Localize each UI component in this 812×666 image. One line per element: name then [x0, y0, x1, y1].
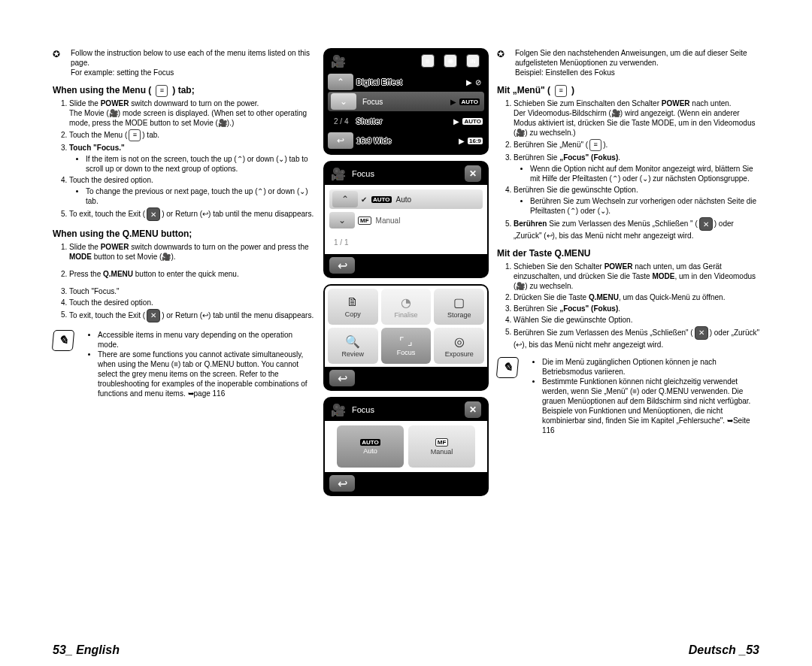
qcell-storage[interactable]: ▢Storage — [434, 289, 484, 325]
dstep-3: Berühren Sie „Focus" (Fokus). Wenn die O… — [514, 153, 759, 183]
step-4: Touch the desired option. To change the … — [69, 175, 315, 206]
ui2-row-manual[interactable]: ⌄ MFManual — [329, 210, 483, 230]
ui1-row-3[interactable]: 2 / 4 Shutter ▶AUTO — [325, 111, 487, 131]
footer-right: Deutsch _53 — [689, 643, 759, 657]
star-icon: ✪ — [497, 49, 504, 77]
heading-qmenu-de: Mit der Taste Q.MENU — [497, 248, 759, 260]
qstep-1: Slide the POWER switch downwards to turn… — [69, 242, 315, 262]
ui4-topbar: 🎥 Focus ✕ — [325, 398, 487, 421]
qstep-4: Touch the desired option. — [69, 298, 315, 307]
intro-de-text2: Beispiel: Einstellen des Fokus — [515, 68, 615, 77]
footer-left: 53_ English — [53, 643, 120, 657]
note-en: ✎ Accessible items in menu vary dependin… — [53, 330, 315, 398]
menu-tab-icon[interactable]: ≡ — [421, 54, 435, 68]
note-de-2: Bestimmte Funktionen können nicht gleich… — [542, 377, 759, 435]
dstep-2: Berühren Sie „Menü" (≡). — [514, 139, 759, 151]
dqstep-3: Berühren Sie „Focus" (Fokus). — [514, 304, 759, 313]
close-icon[interactable]: ✕ — [465, 401, 481, 418]
tile-auto[interactable]: AUTOAuto — [337, 425, 404, 468]
note-en-1: Accessible items in menu vary depending … — [98, 330, 315, 350]
dqstep-2: Drücken Sie die Taste Q.MENU, um das Qui… — [514, 292, 759, 302]
menu-tab-icon: ≡ — [555, 85, 567, 97]
steps-b-en: Slide the POWER switch downwards to turn… — [53, 242, 315, 322]
steps-a-de: Schieben Sie zum Einschalten den Schalte… — [497, 98, 759, 241]
ui1-topbar: 🎥 ≡ ✺ IN — [325, 50, 487, 72]
up-icon[interactable]: ⌃ — [328, 74, 353, 90]
return-icon[interactable]: ↩ — [328, 132, 353, 149]
col-deutsch: ✪ Folgen Sie den nachstehenden Anweisung… — [489, 48, 759, 628]
close-icon[interactable]: ✕ — [465, 165, 481, 182]
exit-icon: ✕ — [695, 326, 708, 340]
ui2-row-auto[interactable]: ⌃ ✔AUTOAuto — [329, 189, 483, 209]
exposure-icon: ◎ — [454, 335, 465, 349]
movie-mode-icon: 🎥 — [331, 167, 346, 181]
star-icon: ✪ — [53, 49, 60, 77]
content-columns: ✪ Follow the instruction below to use ea… — [53, 48, 759, 628]
ui-menu-list: 🎥 ≡ ✺ IN ⌃ Digital Effect ▶⊘ ⌄ Focus ▶AU… — [323, 48, 489, 155]
intro-en: ✪ Follow the instruction below to use ea… — [53, 48, 315, 77]
dqstep-4: Wählen Sie die gewünschte Option. — [514, 315, 759, 325]
tile-manual[interactable]: MFManual — [408, 425, 475, 468]
step-3: Touch "Focus." If the item is not on the… — [69, 143, 315, 174]
note-de: ✎ Die im Menü zugänglichen Optionen könn… — [497, 357, 759, 435]
col-english: ✪ Follow the instruction below to use ea… — [53, 48, 323, 628]
dstep-1: Schieben Sie zum Einschalten den Schalte… — [514, 98, 759, 138]
qcell-copy[interactable]: 🗎Copy — [328, 289, 378, 325]
qstep-5: To exit, touch the Exit (✕) or Return (↩… — [69, 309, 315, 322]
intro-en-text2: For example: setting the Focus — [71, 68, 174, 77]
qstep-2: Press the Q.MENU button to enter the qui… — [69, 269, 315, 279]
menu-tab-icon: ≡ — [156, 85, 168, 97]
copy-icon: 🗎 — [347, 295, 359, 309]
dqstep-5: Berühren Sie zum Verlassen des Menüs „Sc… — [514, 326, 759, 350]
step-5: To exit, touch the Exit (✕) or Return (↩… — [69, 207, 315, 221]
intro-de: ✪ Folgen Sie den nachstehenden Anweisung… — [497, 48, 759, 77]
exit-icon: ✕ — [699, 217, 713, 231]
qcell-finalise[interactable]: ◔Finalise — [381, 289, 432, 325]
step-2: Touch the Menu (≡) tab. — [69, 129, 315, 141]
step3-bullet: If the item is not on the screen, touch … — [86, 154, 315, 174]
steps-a-en: Slide the POWER switch downward to turn … — [53, 98, 315, 221]
note-icon: ✎ — [496, 357, 519, 378]
exit-icon: ✕ — [147, 309, 160, 322]
ui1-counter: 2 / 4 — [325, 117, 348, 126]
manual-page: ✪ Follow the instruction below to use ea… — [0, 0, 812, 666]
note-en-2: There are some functions you cannot acti… — [98, 350, 315, 398]
finalise-icon: ◔ — [401, 295, 411, 310]
ui2-topbar: 🎥 Focus ✕ — [325, 162, 487, 185]
return-icon[interactable]: ↩ — [329, 370, 355, 386]
up-icon[interactable]: ⌃ — [332, 191, 358, 207]
down-icon[interactable]: ⌄ — [329, 212, 355, 229]
heading-menu-tab-de: Mit „Menü" ( ≡ ) — [497, 85, 759, 97]
exit-icon: ✕ — [147, 207, 160, 221]
review-icon: 🔍 — [345, 335, 360, 349]
heading-menu-tab-en: When using the Menu ( ≡ ) tab; — [53, 85, 315, 97]
ui2-counter: 1 / 1 — [328, 238, 348, 247]
step-1: Slide the POWER switch downward to turn … — [69, 98, 315, 128]
return-icon[interactable]: ↩ — [329, 257, 355, 274]
qcell-exposure[interactable]: ◎Exposure — [434, 328, 484, 364]
qcell-review[interactable]: 🔍Review — [328, 328, 378, 364]
dstep-5: Berühren Sie zum Verlassen des Menüs „Sc… — [514, 217, 759, 241]
step4-bullet: To change the previous or next page, tou… — [86, 186, 315, 206]
intro-de-text1: Folgen Sie den nachstehenden Anweisungen… — [515, 49, 747, 67]
return-icon[interactable]: ↩ — [329, 475, 355, 492]
ui1-row-2[interactable]: ⌄ Focus ▶AUTO — [328, 92, 484, 111]
ui1-row-4[interactable]: ↩ 16:9 Wide ▶16:9 — [325, 131, 487, 150]
menu-tab-icon: ≡ — [589, 139, 601, 151]
qcell-focus[interactable]: ⌜ ⌟Focus — [381, 328, 432, 364]
col-ui-screens: 🎥 ≡ ✺ IN ⌃ Digital Effect ▶⊘ ⌄ Focus ▶AU… — [323, 48, 489, 628]
note-icon: ✎ — [52, 330, 74, 351]
settings-tab-icon[interactable]: ✺ — [444, 54, 457, 68]
ui1-row-1[interactable]: ⌃ Digital Effect ▶⊘ — [325, 72, 487, 92]
ui4-tiles: AUTOAuto MFManual — [325, 421, 487, 472]
storage-tab-icon[interactable]: IN — [466, 54, 480, 68]
ui2-title: Focus — [352, 169, 374, 178]
qmenu-grid: 🗎Copy ◔Finalise ▢Storage 🔍Review ⌜ ⌟Focu… — [325, 286, 487, 367]
auto-badge: AUTO — [459, 98, 480, 105]
ui-qmenu-grid: 🗎Copy ◔Finalise ▢Storage 🔍Review ⌜ ⌟Focu… — [323, 284, 489, 391]
steps-b-de: Schieben Sie den Schalter POWER nach unt… — [497, 262, 759, 350]
qstep-3: Touch "Focus." — [69, 286, 315, 296]
down-icon[interactable]: ⌄ — [331, 93, 356, 110]
movie-mode-icon: 🎥 — [331, 403, 346, 417]
movie-mode-icon: 🎥 — [331, 54, 346, 68]
